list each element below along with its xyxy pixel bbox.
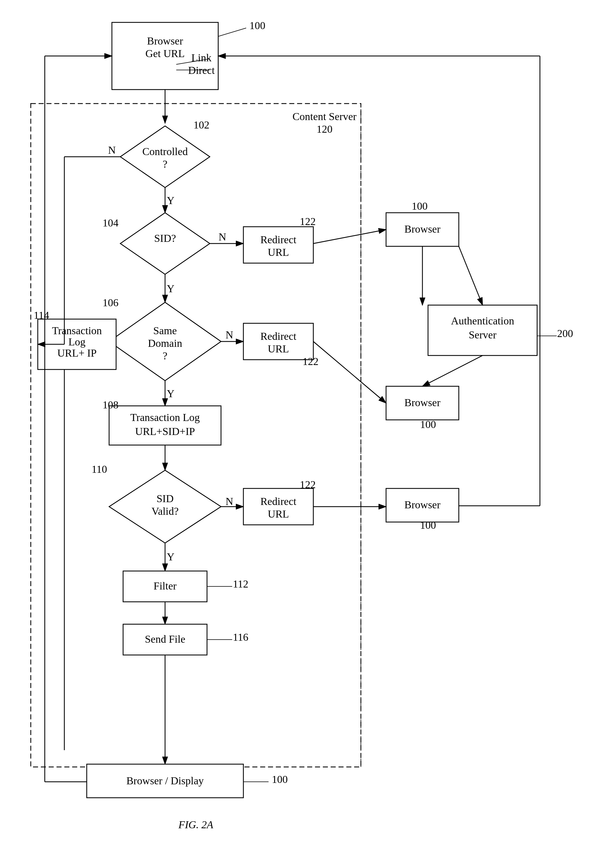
svg-line-44 [459, 247, 483, 305]
ref-102: 102 [194, 119, 209, 131]
ref-112: 112 [233, 578, 249, 590]
filter-label: Filter [154, 580, 177, 592]
ref-200: 200 [557, 328, 573, 339]
txlog-url-label2: Log [68, 336, 85, 348]
y-label-sid: Y [167, 283, 174, 294]
redirect-url-3-label2: URL [268, 508, 289, 520]
auth-server-label1: Authentication [451, 315, 514, 327]
txlog-url-sid-label2: URL+SID+IP [135, 425, 195, 437]
txlog-url-sid-label1: Transaction Log [130, 412, 200, 423]
ref-122-1: 122 [300, 216, 316, 227]
svg-line-47 [313, 341, 386, 403]
ref-116: 116 [233, 631, 249, 643]
ref-114: 114 [34, 309, 49, 321]
n-label-sid: N [218, 231, 226, 243]
ref-100-right-top: 100 [412, 200, 428, 212]
ref-108: 108 [103, 399, 119, 410]
controlled-label1: Controlled [143, 146, 188, 157]
browser-top-link: Link [191, 52, 212, 63]
n-label-sidvalid: N [225, 496, 233, 507]
controlled-label2: ? [163, 158, 168, 170]
ref-106: 106 [103, 297, 119, 309]
sid-valid-label1: SID [156, 493, 174, 504]
redirect-url-2-label1: Redirect [260, 330, 297, 342]
browser-top-direct: Direct [188, 64, 215, 76]
content-server-label1: Content Server [292, 111, 356, 123]
redirect-url-1-label2: URL [268, 247, 289, 258]
auth-server-label2: Server [469, 329, 497, 341]
txlog-url-label3: URL+ IP [57, 347, 97, 359]
ref-122-2: 122 [303, 356, 319, 367]
browser-display-label: Browser / Display [127, 775, 204, 787]
browser-right-mid-label: Browser [405, 397, 441, 408]
ref-100-display: 100 [272, 774, 288, 785]
figure-label: FIG. 2A [178, 819, 213, 831]
y-label-domain: Y [167, 388, 174, 399]
ref-100-top: 100 [250, 19, 265, 31]
browser-right-bot-label: Browser [405, 499, 441, 511]
same-domain-label2: Domain [148, 337, 182, 349]
svg-line-3 [218, 28, 246, 36]
txlog-url-label1: Transaction [52, 325, 102, 337]
y-label-controlled: Y [167, 195, 174, 206]
same-domain-label3: ? [163, 350, 168, 362]
redirect-url-3-label1: Redirect [260, 496, 297, 507]
svg-line-40 [313, 230, 386, 244]
ref-100-right-mid: 100 [420, 418, 436, 430]
redirect-url-1-label1: Redirect [260, 234, 297, 245]
ref-122-3: 122 [300, 479, 316, 490]
redirect-url-2-label2: URL [268, 343, 289, 355]
browser-top-label2: Get URL [146, 47, 185, 59]
sid-label: SID? [154, 232, 176, 244]
diagram-container: Browser Get URL Link Direct 100 Content … [0, 0, 590, 868]
ref-104: 104 [103, 217, 119, 229]
sid-valid-label2: Valid? [152, 505, 178, 517]
browser-top-label1: Browser [147, 35, 183, 47]
svg-line-46 [422, 356, 483, 386]
browser-right-top-label: Browser [405, 223, 441, 235]
ref-110: 110 [91, 463, 107, 475]
content-server-label2: 120 [317, 123, 333, 135]
same-domain-label1: Same [153, 325, 177, 337]
y-label-sidvalid: Y [167, 551, 174, 562]
n-label-domain: N [225, 329, 233, 341]
n-label-controlled: N [108, 144, 116, 156]
send-file-label: Send File [145, 633, 185, 645]
ref-100-right-bot: 100 [420, 519, 436, 531]
